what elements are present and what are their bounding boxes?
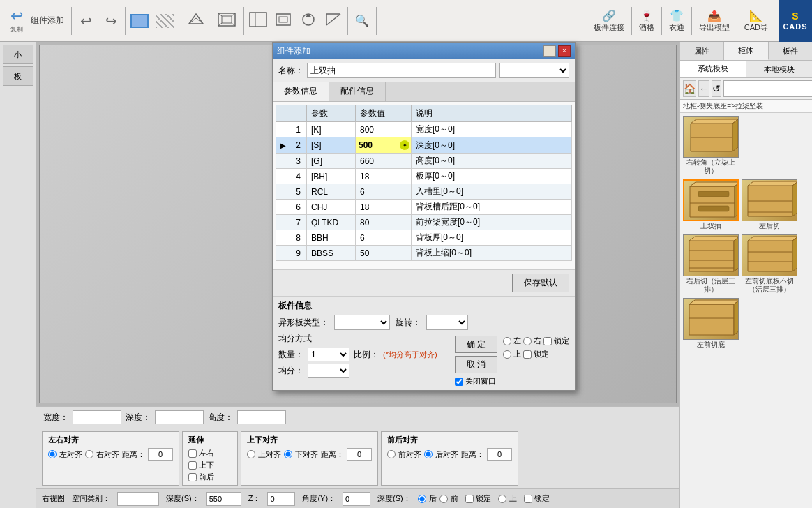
table-row[interactable]: ▶ 2 [S] ✦ 深度[0～0] [276,137,572,154]
table-row[interactable]: 3 [G] 660 高度[0～0] [276,154,572,169]
clothes-button[interactable]: 👕 衣通 [663,4,690,38]
row-4-value[interactable]: 18 [356,169,412,184]
save-default-btn[interactable]: 保存默认 [512,274,569,292]
fb-extend-check[interactable] [188,473,197,481]
width-input[interactable] [73,410,121,424]
scale-button[interactable] [321,4,346,38]
space-input[interactable] [117,492,159,506]
subtab-system[interactable]: 系统模块 [680,61,746,77]
right-radio-side[interactable] [523,337,532,345]
row-1-value[interactable]: 800 [356,122,412,137]
subtab-local[interactable]: 本地模块 [746,61,812,77]
confirm-btn[interactable]: 确 定 [455,336,497,353]
up-radio[interactable] [498,495,506,503]
table-row[interactable]: 4 [BH] 18 板厚[0～0] [276,169,572,184]
row-8-param: BBH [307,230,356,246]
module-item-3[interactable]: 左后切 [742,179,797,230]
depth-s-input[interactable] [206,492,241,506]
lock-check-2[interactable] [523,350,532,359]
nav-refresh-btn[interactable]: ↺ [712,80,721,97]
module-item-2[interactable]: 上双抽 [683,179,739,230]
redo-button[interactable]: ↪ [98,4,123,38]
undo2-button[interactable]: ↩ [73,4,98,38]
module-item-1[interactable]: 右转角（立柒上切） [683,116,739,175]
height-input[interactable] [237,410,286,424]
rect-button[interactable] [127,4,152,38]
tab-properties[interactable]: 属性 [680,42,724,60]
cad-export-button[interactable]: 📐 CAD导 [739,4,774,38]
table-row[interactable]: 8 BBH 6 背板厚[0～0] [276,230,572,246]
angle-input[interactable] [343,492,370,506]
tb-top-radio[interactable] [247,450,255,458]
lock2-check[interactable] [524,495,532,503]
lr-right-radio[interactable] [85,450,93,458]
nav-path-input[interactable] [723,80,812,97]
dialog-minimize-btn[interactable]: _ [543,45,556,57]
tb-bottom-radio[interactable] [284,450,292,458]
nav-back-btn[interactable]: ← [698,80,709,97]
lr-dist-input[interactable] [148,448,173,461]
module-item-placeholder [742,116,797,175]
line-button[interactable] [152,4,177,38]
wine-button[interactable]: 🍷 酒格 [633,4,660,38]
fb-front-radio[interactable] [387,450,396,458]
row-8-value[interactable]: 6 [356,230,412,246]
row-5-value[interactable]: 6 [356,184,412,200]
row-3-value[interactable]: 660 [356,154,412,169]
row-6-param: CHJ [307,200,356,215]
lock-check-1[interactable] [543,337,552,345]
board-connect-button[interactable]: 🔗 板件连接 [588,4,630,38]
board-button[interactable]: 板 [3,66,33,86]
dialog-tab-params[interactable]: 参数信息 [273,82,329,101]
tab-cabinet[interactable]: 柜体 [724,42,768,60]
row-2-value-editing[interactable]: ✦ [356,137,412,154]
fb-back-radio[interactable] [424,450,433,458]
perspective-button[interactable] [211,4,242,38]
fb-dist-input[interactable] [487,448,512,461]
cut-button[interactable] [246,4,271,38]
table-row[interactable]: 7 QLTKD 80 前拉柒宽度[0～0] [276,215,572,230]
left-radio-side[interactable] [503,337,511,345]
lock1-check[interactable] [465,495,474,503]
module-item-4[interactable]: 右后切（活层三排） [683,234,739,294]
avg-select[interactable] [308,364,349,378]
tb-dist-input[interactable] [347,448,372,461]
z-input[interactable] [267,492,295,506]
cancel-btn[interactable]: 取 消 [455,356,497,373]
dialog-name-dropdown[interactable] [499,63,569,78]
tab-board[interactable]: 板件 [769,42,812,60]
lr-extend-check[interactable] [188,449,197,458]
dialog-close-btn[interactable]: × [558,45,571,57]
table-row[interactable]: 6 CHJ 18 背板槽后距[0～0] [276,200,572,215]
3d-view-button[interactable] [181,4,211,38]
module-item-6[interactable]: 左前切底 [683,298,739,349]
table-row[interactable]: 9 BBSS 50 背板上缩[0～0] [276,246,572,261]
nav-home-btn[interactable]: 🏠 [683,80,696,97]
rotate-select[interactable] [426,315,468,330]
back-radio[interactable] [418,495,426,503]
ratio-label: 比例： [354,349,379,361]
row-6-value[interactable]: 18 [356,200,412,215]
count-select[interactable]: 1 [308,348,349,361]
front-radio[interactable] [439,495,448,503]
shape-board-select[interactable] [334,315,390,330]
move-button[interactable] [271,4,296,38]
small-button[interactable]: 小 [3,45,33,64]
undo-button[interactable]: ↩ 复制 [3,4,31,38]
tb-extend-check[interactable] [188,461,197,470]
row-9-value[interactable]: 50 [356,246,412,261]
lr-left-radio[interactable] [48,450,57,458]
up-radio-side[interactable] [503,350,511,359]
depth-input[interactable] [155,410,204,424]
export-button[interactable]: 📤 导出模型 [693,4,735,38]
close-window-check-label[interactable]: 关闭窗口 [455,376,497,387]
close-window-check[interactable] [455,378,463,386]
table-row[interactable]: 5 RCL 6 入槽里[0～0] [276,184,572,200]
module-item-5[interactable]: 左前切底板不切（活层三排） [742,234,797,294]
table-row[interactable]: 1 [K] 800 宽度[0～0] [276,122,572,137]
dialog-tab-accessories[interactable]: 配件信息 [329,82,386,101]
zoom-button[interactable]: 🔍 [349,4,375,38]
row-7-value[interactable]: 80 [356,215,412,230]
rotate-button[interactable] [296,4,321,38]
dialog-name-input[interactable] [307,63,496,78]
